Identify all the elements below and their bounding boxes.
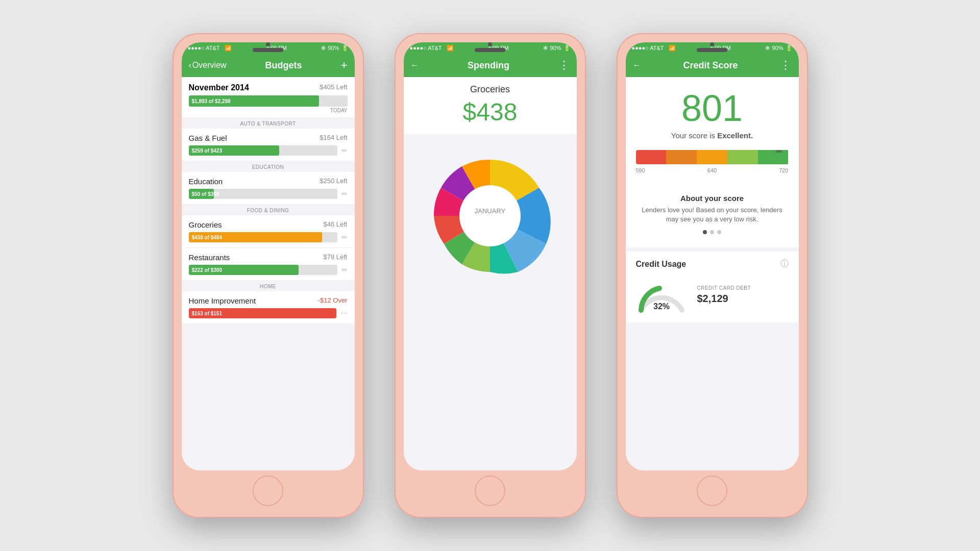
phone-spending: ●●●●○ AT&T 📶 4:09 PM ✻ 90% 🔋 ← Spending … — [395, 33, 586, 518]
speaker-2 — [475, 48, 505, 52]
november-left: $405 Left — [320, 83, 347, 92]
battery-icon-3: 🔋 — [786, 45, 793, 52]
home-button-1[interactable] — [253, 475, 283, 506]
edit-icon-restaurants[interactable]: ✏ — [341, 266, 348, 274]
edu-bar-label: $50 of $300 — [192, 191, 219, 197]
today-label: TODAY — [189, 108, 348, 113]
score-label-590: 590 — [636, 167, 645, 173]
dot-3 — [717, 230, 721, 234]
back-label-1: Overview — [192, 61, 227, 70]
item-left-restaurants: $78 Left — [324, 253, 348, 262]
speaker-3 — [697, 48, 727, 52]
back-button-3[interactable]: ← — [633, 61, 641, 70]
edit-icon-edu[interactable]: ✏ — [341, 190, 348, 198]
phone-inner-3: ●●●●○ AT&T 📶 4:09 PM ✻ 90% 🔋 ← Credit Sc… — [626, 42, 799, 470]
phone-budgets: ●●●●○ AT&T 📶 4:09 PM ✻ 90% 🔋 ‹ Overview … — [173, 33, 364, 518]
credit-score-top: 801 Your score is Excellent. — [626, 77, 799, 187]
about-score-text: Lenders love you! Based on your score, l… — [636, 206, 789, 224]
back-button-1[interactable]: ‹ Overview — [189, 61, 227, 70]
home-button-3[interactable] — [697, 475, 727, 506]
item-name-groceries: Groceries — [189, 220, 222, 229]
home-imp-bar-label: $163 of $151 — [192, 311, 223, 316]
item-name-gas: Gas & Fuel — [189, 134, 227, 142]
credit-card-amount: $2,129 — [697, 293, 751, 305]
more-button-3[interactable]: ⋮ — [780, 59, 791, 72]
home-button-2[interactable] — [475, 475, 505, 506]
spending-content: Groceries $438 — [404, 77, 577, 470]
credit-usage-title: Credit Usage — [636, 260, 687, 269]
score-notch — [775, 150, 783, 153]
speaker-1 — [253, 48, 283, 52]
gas-bar-label: $259 of $423 — [192, 148, 223, 154]
credit-card-debt-label: CREDIT CARD DEBT — [697, 285, 751, 291]
wifi-icon-1: 📶 — [225, 45, 232, 52]
edit-icon-groceries[interactable]: ✏ — [341, 233, 348, 241]
pie-donut-hole — [459, 185, 521, 246]
credit-usage-header: Credit Usage ⓘ — [636, 259, 789, 269]
phone-top-2 — [475, 42, 505, 52]
edit-icon-gas[interactable]: ✏ — [341, 146, 348, 155]
about-score-section: About your score Lenders love you! Based… — [626, 187, 799, 247]
credit-score-number: 801 — [626, 77, 799, 131]
score-seg-fair — [666, 150, 697, 164]
bt-icon-1: ✻ — [321, 45, 326, 52]
gauge: 32% — [636, 274, 687, 315]
status-left-3: ●●●●○ AT&T 📶 — [632, 45, 676, 52]
phone-inner-2: ●●●●○ AT&T 📶 4:09 PM ✻ 90% 🔋 ← Spending … — [404, 42, 577, 470]
score-bar — [636, 150, 789, 164]
nav-bar-3: ← Credit Score ⋮ — [626, 54, 799, 77]
spending-amount: $438 — [404, 95, 577, 134]
wifi-icon-3: 📶 — [669, 45, 676, 52]
item-name-edu: Education — [189, 177, 223, 186]
status-right-2: ✻ 90% 🔋 — [543, 45, 570, 52]
section-label-auto: AUTO & TRANSPORT — [240, 121, 296, 127]
phone-credit: ●●●●○ AT&T 📶 4:09 PM ✻ 90% 🔋 ← Credit Sc… — [617, 33, 808, 518]
battery-icon-1: 🔋 — [341, 45, 349, 52]
budget-item-home-imp: Home Improvement -$12 Over $163 of $151 … — [182, 291, 355, 324]
pie-container: JANUARY — [404, 134, 577, 297]
status-left-2: ●●●●○ AT&T 📶 — [410, 45, 454, 52]
item-name-restaurants: Restaurants — [189, 253, 230, 262]
more-button-2[interactable]: ⋮ — [558, 59, 570, 72]
score-seg-excellent — [758, 150, 789, 164]
status-left-1: ●●●●○ AT&T 📶 — [188, 45, 232, 52]
section-label-edu: EDUCATION — [252, 164, 284, 170]
score-quality: Excellent. — [717, 131, 753, 140]
pie-month-label: JANUARY — [475, 207, 506, 215]
front-camera-2 — [488, 42, 492, 46]
budget-content: November 2014 $405 Left $1,893 of $2,298… — [182, 77, 355, 470]
november-header: November 2014 $405 Left $1,893 of $2,298… — [182, 77, 355, 118]
battery-2: 90% — [550, 45, 561, 51]
bt-icon-2: ✻ — [543, 45, 548, 52]
about-score-title: About your score — [636, 194, 789, 203]
spending-header-section: Groceries $438 — [404, 77, 577, 134]
dot-1 — [703, 230, 707, 234]
edit-icon-home-imp[interactable]: ⋯ — [340, 309, 348, 317]
back-button-2[interactable]: ← — [411, 61, 419, 70]
nav-title-3: Credit Score — [683, 60, 738, 71]
wifi-icon-2: 📶 — [447, 45, 454, 52]
restaurants-bar-label: $222 of $300 — [192, 267, 223, 273]
section-header-auto: AUTO & TRANSPORT — [182, 118, 355, 129]
back-chevron-1: ‹ — [189, 61, 191, 70]
bt-icon-3: ✻ — [765, 45, 770, 52]
add-button-1[interactable]: + — [341, 59, 348, 72]
item-left-edu: $250 Left — [320, 177, 347, 186]
score-label-640: 640 — [707, 167, 717, 173]
status-right-3: ✻ 90% 🔋 — [765, 45, 792, 52]
nav-title-1: Budgets — [265, 60, 302, 71]
budget-item-groceries: Groceries $46 Left $438 of $484 ✏ — [182, 215, 355, 248]
info-icon: ⓘ — [780, 259, 789, 269]
battery-icon-2: 🔋 — [564, 45, 571, 52]
score-seg-poor — [636, 150, 667, 164]
score-label-720: 720 — [779, 167, 788, 173]
budget-item-edu: Education $250 Left $50 of $300 ✏ — [182, 172, 355, 205]
battery-3: 90% — [772, 45, 783, 51]
credit-usage-card: Credit Usage ⓘ 32% — [626, 252, 799, 322]
section-label-home: HOME — [260, 284, 276, 289]
item-left-home-imp: -$12 Over — [318, 296, 348, 305]
nav-bar-2: ← Spending ⋮ — [404, 54, 577, 77]
front-camera-3 — [710, 42, 714, 46]
spending-category: Groceries — [404, 77, 577, 95]
nav-bar-1: ‹ Overview Budgets + — [182, 54, 355, 77]
